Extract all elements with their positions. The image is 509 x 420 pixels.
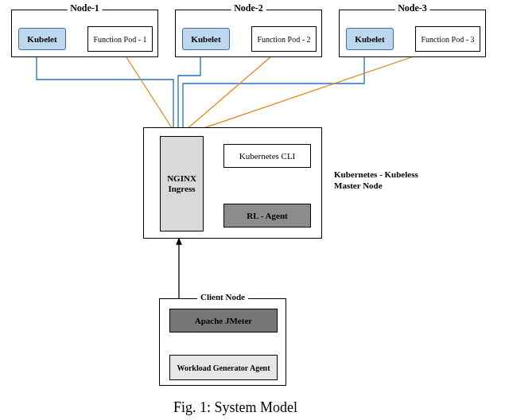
client-node: Client Node Apache JMeter Workload Gener… [159,298,286,386]
kubelet-box: Kubelet [18,28,66,50]
nginx-ingress: NGINX Ingress [160,136,204,231]
function-pod-box: Function Pod - 2 [251,26,317,52]
svg-line-3 [119,46,177,135]
figure-caption: Fig. 1: System Model [173,399,297,416]
node-2: Node-2 Kubelet Function Pod - 2 [175,10,322,57]
node-title: Node-2 [231,2,266,14]
workload-generator-agent: Workload Generator Agent [169,355,278,380]
node-1: Node-1 Kubelet Function Pod - 1 [11,10,158,57]
master-node-label: Kubernetes - Kubeless Master Node [334,169,422,192]
rl-agent: RL - Agent [223,204,311,228]
function-pod-box: Function Pod - 1 [87,26,153,52]
kubernetes-cli: Kubernetes CLI [223,144,311,168]
svg-line-4 [180,46,283,135]
svg-line-5 [183,46,444,135]
kubelet-box: Kubelet [346,28,394,50]
kubelet-box: Kubelet [182,28,230,50]
apache-jmeter: Apache JMeter [169,309,278,332]
node-title: Node-3 [394,2,430,14]
node-3: Node-3 Kubelet Function Pod - 3 [339,10,486,57]
function-pod-box: Function Pod - 3 [415,26,480,52]
node-title: Node-1 [67,2,103,14]
master-node: NGINX Ingress Kubernetes CLI RL - Agent [143,127,322,239]
client-title: Client Node [197,292,248,301]
